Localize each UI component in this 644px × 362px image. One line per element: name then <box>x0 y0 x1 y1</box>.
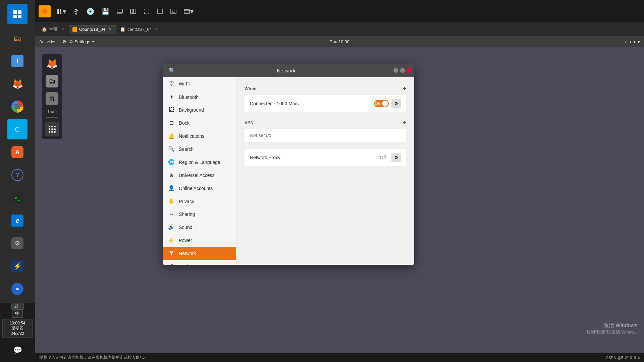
vpn-add-button[interactable]: + <box>402 119 406 126</box>
vm-topbar: ▾ 💿 💾 <box>35 0 644 23</box>
settings-menu[interactable]: ⚙ ⚙ Settings ▾ <box>60 39 96 45</box>
unity-button[interactable] <box>155 7 165 16</box>
sidebar-item-wifi[interactable]: Wi-Fi <box>163 77 236 90</box>
cd-button[interactable]: 💿 <box>84 6 97 17</box>
arrow-icon: › <box>20 304 21 309</box>
ime-toggle[interactable]: 中 <box>12 310 23 318</box>
sidebar-item-universal[interactable]: ⊕ Universal Access <box>163 169 236 182</box>
tab-close-home[interactable]: ✕ <box>60 27 65 32</box>
wired-settings-button[interactable]: ⚙ <box>391 99 401 108</box>
sidebar-item-bluetooth[interactable]: ✦ Bluetooth <box>163 90 236 104</box>
left-taskbar: 🗂 T 🦊 ⬡ A ? >_ e ⚙ ⚡ <box>0 0 35 362</box>
typora-icon[interactable]: T <box>7 51 28 71</box>
toggle-on-text: ON <box>375 101 381 106</box>
windows-activate-notice[interactable]: 激活 Windows 转到"设置"以激活 Windo... <box>586 322 637 335</box>
ubuntu-desktop: 🦊 🗂 🗑 Trash 🔍 Network <box>35 47 644 362</box>
dock-files[interactable]: 🗂 <box>45 74 59 88</box>
firefox-icon[interactable]: 🦊 <box>7 74 28 94</box>
sidebar-item-search[interactable]: 🔍 Search <box>163 142 236 156</box>
network-icon <box>168 250 175 257</box>
vm-inner: Activities ⚙ ⚙ Settings ▾ Thu 10:00 ⑁ en… <box>35 36 644 362</box>
system-tool-icon[interactable]: ⚙ <box>7 233 28 253</box>
sidebar-item-notifications[interactable]: 🔔 Notifications <box>163 129 236 142</box>
vm-logo <box>39 5 51 17</box>
dock-trash[interactable]: 🗑 <box>45 91 59 106</box>
sidebar-label-notifications: Notifications <box>179 133 204 139</box>
lightning-icon[interactable]: ⚡ <box>7 256 28 276</box>
sound-icon-sidebar: 🔊 <box>168 224 175 230</box>
proxy-card: Network Proxy Off ⚙ <box>245 149 406 166</box>
svg-rect-2 <box>57 9 59 14</box>
svg-rect-15 <box>171 9 176 14</box>
sidebar-label-search: Search <box>179 146 194 152</box>
app-icon[interactable]: ● <box>7 279 28 299</box>
edge-icon[interactable]: e <box>7 210 28 231</box>
sidebar-item-dock[interactable]: ⊟ Dock <box>163 116 236 129</box>
date: 24/2/22 <box>4 331 31 336</box>
tab-ubuntu[interactable]: Ubuntu18_04 ✕ <box>69 25 116 34</box>
files-icon[interactable]: 🗂 <box>7 28 28 48</box>
help-icon[interactable]: ? <box>7 165 28 185</box>
appstore-icon[interactable]: A <box>7 142 28 162</box>
chat-button[interactable]: 💬 <box>7 340 28 360</box>
maximize-button[interactable] <box>400 68 405 73</box>
start-button[interactable] <box>7 4 28 24</box>
ubuntu-tray: ⑁ en ▾ <box>625 39 640 44</box>
wired-status-text: Connected - 1000 Mb/s <box>250 101 374 106</box>
settings-search-icon[interactable]: 🔍 <box>165 64 179 77</box>
fullscreen-button[interactable] <box>141 7 152 16</box>
sidebar-item-region[interactable]: 🌐 Region & Language <box>163 156 236 169</box>
window-buttons <box>393 68 412 73</box>
pause-button[interactable]: ▾ <box>54 6 68 17</box>
sidebar-item-sound[interactable]: 🔊 Sound <box>163 221 236 234</box>
tab-close-centos[interactable]: ✕ <box>154 27 159 32</box>
windows-icon <box>13 10 21 18</box>
sidebar-item-devices[interactable]: 🖨 Devices › <box>163 260 236 265</box>
sidebar-item-accounts[interactable]: 👤 Online Accounts <box>163 182 236 195</box>
terminal-vm-button[interactable] <box>168 7 179 16</box>
sidebar-item-sharing[interactable]: ↔ Sharing <box>163 208 236 221</box>
apps-button[interactable] <box>45 122 59 136</box>
toggle-knob <box>382 101 388 107</box>
floppy-button[interactable]: 💾 <box>99 6 112 17</box>
split-button[interactable] <box>128 7 139 16</box>
weekday: 星期四 <box>4 325 31 331</box>
win-activate-line1: 激活 Windows <box>586 322 637 329</box>
sharing-icon: ↔ <box>168 211 175 217</box>
sidebar-item-power[interactable]: ⚡ Power <box>163 234 236 247</box>
proxy-settings-button[interactable]: ⚙ <box>391 153 401 162</box>
wired-row: Connected - 1000 Mb/s ON ⚙ <box>245 95 406 112</box>
lang-selector[interactable]: en <box>630 39 635 44</box>
wired-add-button[interactable]: + <box>402 85 406 92</box>
sidebar-item-background[interactable]: 🖼 Background <box>163 104 236 116</box>
chrome-icon[interactable] <box>7 97 28 117</box>
tab-close-ubuntu[interactable]: ✕ <box>107 27 113 32</box>
svg-rect-3 <box>60 9 61 14</box>
sidebar-item-network[interactable]: Network <box>163 247 236 260</box>
dock-firefox[interactable]: 🦊 <box>45 56 59 71</box>
sound-control[interactable]: 🔊 › <box>11 303 24 310</box>
proxy-label: Network Proxy <box>250 155 377 160</box>
svg-rect-17 <box>184 9 190 13</box>
tab-home[interactable]: 🏠 主页 ✕ <box>38 25 69 34</box>
sidebar-label-privacy: Privacy <box>179 199 194 204</box>
accounts-icon: 👤 <box>168 185 175 191</box>
nine-dots-icon <box>49 126 55 133</box>
sidebar-item-privacy[interactable]: ✋ Privacy <box>163 195 236 208</box>
usb-button[interactable] <box>71 7 82 16</box>
sidebar-label-universal: Universal Access <box>179 173 215 178</box>
monitor-button[interactable] <box>114 7 125 16</box>
accessibility-icon[interactable]: ⑁ <box>625 39 628 44</box>
tab-centos[interactable]: 📋 centOS7_64 ✕ <box>116 25 163 34</box>
wired-toggle[interactable]: ON <box>374 100 389 107</box>
close-button[interactable] <box>407 68 412 73</box>
proxy-row: Network Proxy Off ⚙ <box>245 149 406 166</box>
vmware-workstation-icon[interactable]: ⬡ <box>7 119 28 139</box>
terminal-icon[interactable]: >_ <box>7 188 28 208</box>
vpn-card: Not set up <box>245 129 406 142</box>
svg-rect-4 <box>75 9 77 10</box>
activities-button[interactable]: Activities <box>39 39 56 44</box>
sidebar-label-background: Background <box>179 107 204 113</box>
minimize-button[interactable] <box>393 68 398 73</box>
view-menu[interactable]: ▾ <box>181 6 196 17</box>
